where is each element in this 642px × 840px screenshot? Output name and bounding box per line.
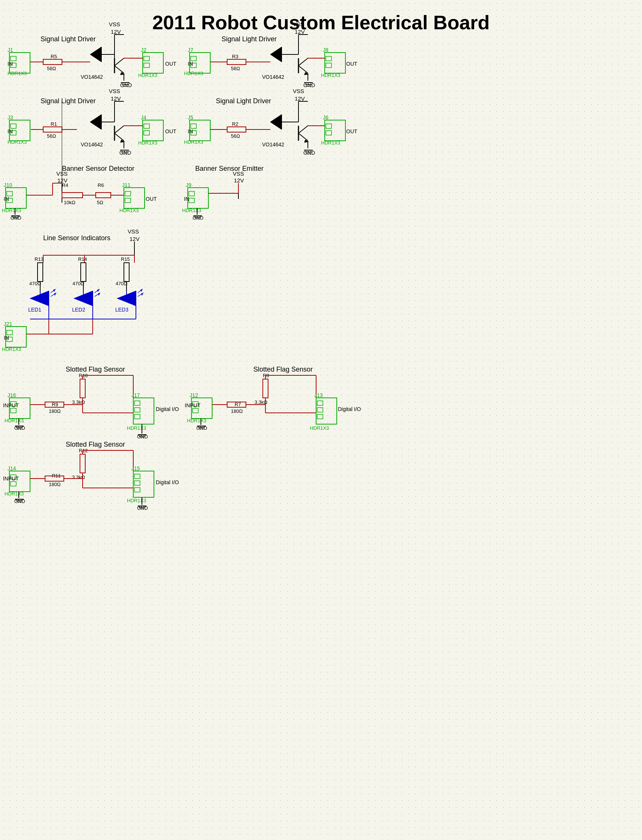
svg-rect-116 bbox=[190, 120, 210, 141]
svg-text:J21: J21 bbox=[4, 321, 12, 327]
svg-rect-341 bbox=[11, 475, 16, 479]
svg-text:56Ω: 56Ω bbox=[231, 133, 240, 139]
svg-line-233 bbox=[95, 293, 100, 296]
svg-text:Signal Light Driver: Signal Light Driver bbox=[216, 97, 271, 105]
svg-text:3.3kΩ: 3.3kΩ bbox=[255, 399, 268, 405]
svg-text:IN: IN bbox=[4, 196, 9, 202]
svg-text:J12: J12 bbox=[190, 392, 198, 398]
svg-text:HDR1X3: HDR1X3 bbox=[2, 207, 21, 213]
svg-rect-105 bbox=[144, 124, 149, 128]
svg-marker-4 bbox=[90, 47, 101, 62]
svg-text:GND: GND bbox=[11, 215, 21, 221]
svg-rect-187 bbox=[189, 198, 195, 203]
svg-text:HDR1X3: HDR1X3 bbox=[310, 425, 329, 431]
svg-rect-333 bbox=[80, 454, 85, 473]
svg-rect-208 bbox=[37, 263, 43, 282]
svg-text:470Ω: 470Ω bbox=[116, 281, 128, 286]
svg-text:GND: GND bbox=[196, 425, 207, 431]
svg-text:R7: R7 bbox=[235, 401, 241, 407]
svg-text:HDR1X3: HDR1X3 bbox=[8, 139, 27, 145]
svg-rect-168 bbox=[62, 193, 83, 198]
svg-rect-326 bbox=[317, 408, 323, 412]
svg-rect-118 bbox=[191, 131, 196, 135]
svg-rect-45 bbox=[191, 63, 196, 68]
svg-rect-185 bbox=[188, 188, 208, 208]
svg-text:3.3kΩ: 3.3kΩ bbox=[72, 399, 85, 405]
svg-text:GND: GND bbox=[119, 150, 131, 156]
svg-text:R10: R10 bbox=[79, 373, 88, 378]
svg-rect-26 bbox=[43, 59, 62, 65]
svg-text:OUT: OUT bbox=[346, 128, 357, 134]
svg-rect-153 bbox=[6, 188, 26, 208]
svg-text:HDR1X3: HDR1X3 bbox=[2, 346, 21, 352]
svg-text:470Ω: 470Ω bbox=[73, 281, 84, 286]
svg-rect-309 bbox=[193, 408, 198, 413]
svg-rect-270 bbox=[11, 401, 16, 406]
svg-rect-176 bbox=[125, 191, 131, 196]
svg-text:12V: 12V bbox=[130, 236, 139, 242]
svg-rect-342 bbox=[11, 482, 16, 486]
svg-text:INPUT: INPUT bbox=[3, 402, 19, 408]
svg-text:LED3: LED3 bbox=[115, 307, 128, 312]
svg-rect-315 bbox=[227, 402, 246, 407]
svg-text:LED1: LED1 bbox=[28, 307, 41, 312]
svg-rect-155 bbox=[7, 198, 12, 203]
svg-text:J11: J11 bbox=[122, 182, 131, 188]
svg-rect-70 bbox=[326, 63, 332, 68]
svg-text:IN: IN bbox=[4, 335, 9, 341]
svg-rect-262 bbox=[80, 379, 85, 398]
svg-rect-289 bbox=[135, 414, 140, 419]
svg-line-132 bbox=[298, 133, 308, 141]
svg-text:R9: R9 bbox=[52, 401, 58, 407]
svg-rect-82 bbox=[11, 131, 16, 135]
svg-text:Banner Sensor Emitter: Banner Sensor Emitter bbox=[195, 165, 264, 172]
svg-text:HDR1X3: HDR1X3 bbox=[8, 71, 27, 76]
page: 2011 Robot Custom Electrical Board Signa… bbox=[0, 0, 642, 840]
svg-rect-357 bbox=[133, 471, 154, 497]
svg-rect-106 bbox=[144, 131, 149, 135]
svg-marker-11 bbox=[120, 72, 125, 75]
svg-text:R2: R2 bbox=[232, 121, 238, 127]
svg-text:J16: J16 bbox=[8, 392, 16, 398]
svg-marker-239 bbox=[117, 291, 136, 306]
svg-rect-18 bbox=[10, 53, 30, 73]
svg-rect-358 bbox=[135, 474, 140, 479]
svg-text:R11: R11 bbox=[52, 473, 61, 479]
svg-rect-141 bbox=[325, 120, 345, 141]
svg-rect-325 bbox=[317, 401, 323, 405]
svg-text:180Ω: 180Ω bbox=[49, 482, 61, 487]
svg-line-243 bbox=[138, 293, 143, 296]
svg-text:OUT: OUT bbox=[165, 128, 177, 134]
svg-text:12V: 12V bbox=[234, 177, 244, 183]
svg-text:VSS: VSS bbox=[233, 170, 244, 177]
svg-rect-20 bbox=[11, 63, 16, 68]
svg-text:OUT: OUT bbox=[346, 61, 357, 67]
svg-marker-229 bbox=[74, 291, 93, 306]
svg-text:J14: J14 bbox=[8, 465, 16, 471]
svg-rect-359 bbox=[135, 481, 140, 485]
svg-text:3.3kΩ: 3.3kΩ bbox=[72, 474, 85, 480]
svg-line-95 bbox=[115, 133, 124, 141]
svg-text:VSS: VSS bbox=[293, 88, 304, 94]
svg-text:5Ω: 5Ω bbox=[97, 200, 103, 205]
svg-text:OUT: OUT bbox=[165, 61, 177, 67]
svg-text:GND: GND bbox=[14, 498, 25, 504]
svg-rect-271 bbox=[11, 408, 16, 413]
svg-text:VO14642: VO14642 bbox=[262, 141, 284, 147]
svg-line-8 bbox=[115, 58, 124, 66]
svg-text:GND: GND bbox=[303, 150, 315, 156]
svg-text:OUT: OUT bbox=[146, 196, 157, 202]
svg-text:GND: GND bbox=[14, 425, 25, 431]
svg-text:VSS: VSS bbox=[128, 228, 139, 235]
svg-rect-51 bbox=[227, 59, 246, 65]
svg-line-231 bbox=[95, 289, 99, 293]
svg-text:J17: J17 bbox=[131, 392, 140, 398]
svg-text:HDR1X3: HDR1X3 bbox=[138, 73, 157, 78]
svg-rect-360 bbox=[135, 487, 140, 492]
svg-text:INPUT: INPUT bbox=[3, 476, 19, 482]
svg-marker-91 bbox=[90, 115, 101, 129]
svg-text:56Ω: 56Ω bbox=[47, 133, 56, 139]
svg-rect-154 bbox=[7, 191, 12, 196]
svg-rect-287 bbox=[135, 401, 140, 405]
svg-marker-61 bbox=[304, 72, 309, 75]
